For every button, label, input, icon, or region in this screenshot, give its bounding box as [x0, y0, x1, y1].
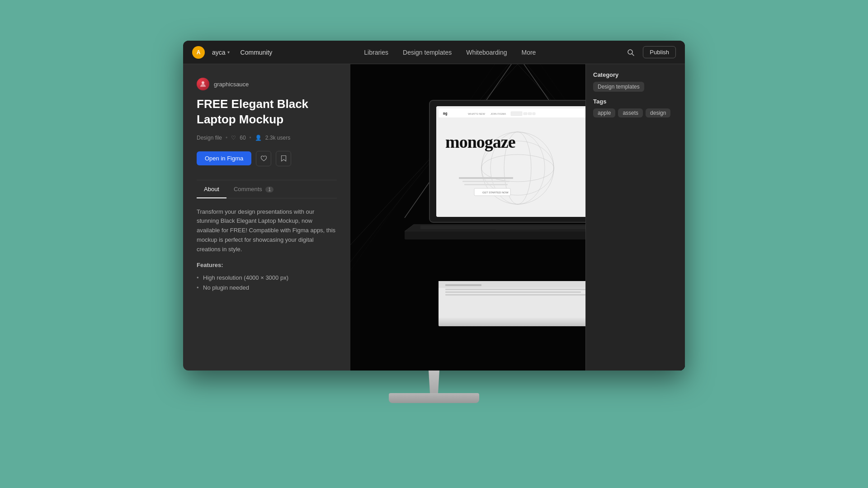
- svg-text:mg: mg: [443, 112, 448, 116]
- svg-rect-37: [495, 227, 540, 230]
- svg-rect-31: [462, 181, 509, 182]
- svg-rect-14: [436, 106, 599, 217]
- tab-comments[interactable]: Comments 1: [226, 180, 281, 198]
- nav-design-templates[interactable]: Design templates: [403, 49, 452, 56]
- nav-more[interactable]: More: [521, 49, 536, 56]
- user-avatar[interactable]: A: [192, 46, 205, 59]
- navbar-left: A ayca ▾ Community: [192, 46, 276, 59]
- svg-text:WHAT'S NEW: WHAT'S NEW: [468, 113, 485, 115]
- svg-rect-21: [524, 113, 527, 115]
- category-label: Category: [593, 71, 678, 78]
- feature-item-2: No plugin needed: [197, 283, 337, 293]
- svg-point-2: [202, 81, 204, 84]
- svg-text:monogaze: monogaze: [445, 132, 515, 151]
- navbar: A ayca ▾ Community Libraries Design temp…: [183, 41, 685, 64]
- monitor-screen: A ayca ▾ Community Libraries Design temp…: [183, 41, 685, 371]
- nav-whiteboarding[interactable]: Whiteboarding: [466, 49, 507, 56]
- file-title: FREE Elegant Black Laptop Mockup: [197, 97, 337, 127]
- description-text: Transform your design presentations with…: [197, 207, 337, 254]
- chevron-down-icon: ▾: [227, 50, 230, 55]
- feature-item-1: High resolution (4000 × 3000 px): [197, 273, 337, 283]
- author-row: graphicsauce: [197, 78, 337, 90]
- tags-section: Tags apple assets design: [593, 98, 678, 117]
- category-sidebar: Category Design templates Tags apple ass…: [585, 64, 685, 371]
- screen-content: graphicsauce FREE Elegant Black Laptop M…: [183, 64, 685, 371]
- stand-neck: [420, 371, 448, 393]
- meta-separator-2: •: [250, 135, 251, 141]
- search-icon[interactable]: [624, 46, 637, 59]
- category-section: Category Design templates: [593, 71, 678, 92]
- svg-rect-43: [445, 294, 585, 296]
- tabs-section: About Comments 1 Transform your design p…: [197, 180, 337, 293]
- bookmark-button[interactable]: [276, 151, 291, 166]
- tab-about[interactable]: About: [197, 180, 226, 198]
- features-list: High resolution (4000 × 3000 px) No plug…: [197, 273, 337, 293]
- svg-rect-23: [533, 113, 535, 115]
- likes-count: 60: [240, 135, 245, 141]
- author-avatar-bg: [197, 78, 209, 90]
- navbar-center: Libraries Design templates Whiteboarding…: [276, 49, 624, 56]
- open-figma-button[interactable]: Open in Figma: [197, 151, 251, 165]
- svg-text:GET STARTED NOW: GET STARTED NOW: [482, 191, 509, 194]
- nav-libraries[interactable]: Libraries: [364, 49, 388, 56]
- svg-text:JOIN FIGMA: JOIN FIGMA: [491, 113, 506, 115]
- user-name-label[interactable]: ayca ▾: [212, 49, 230, 56]
- monitor-stand: [389, 371, 479, 403]
- svg-rect-40: [445, 284, 481, 286]
- tag-assets[interactable]: assets: [618, 108, 643, 117]
- tag-apple[interactable]: apple: [593, 108, 615, 117]
- tags-label: Tags: [593, 98, 678, 105]
- svg-rect-41: [445, 289, 590, 290]
- svg-line-1: [632, 54, 634, 56]
- users-count: 2.3k users: [265, 135, 290, 141]
- svg-rect-30: [459, 177, 513, 179]
- like-button[interactable]: [256, 151, 271, 166]
- features-title: Features:: [197, 262, 337, 268]
- author-avatar: [197, 78, 209, 90]
- tabs-row: About Comments 1: [197, 180, 337, 198]
- svg-rect-32: [464, 184, 508, 185]
- navbar-right: Publish: [624, 46, 676, 59]
- comments-badge: 1: [265, 187, 274, 192]
- stand-base: [389, 393, 479, 403]
- category-tag[interactable]: Design templates: [593, 82, 644, 92]
- actions-row: Open in Figma: [197, 151, 337, 166]
- meta-row: Design file • ♡ 60 • 👤 2.3k users: [197, 135, 337, 141]
- svg-rect-42: [445, 291, 581, 293]
- right-column: mg WHAT'S NEW JOIN FIGMA: [350, 64, 685, 371]
- community-nav-item[interactable]: Community: [237, 47, 276, 58]
- tag-design[interactable]: design: [646, 108, 670, 117]
- tags-row: apple assets design: [593, 108, 678, 117]
- svg-rect-22: [528, 113, 532, 115]
- meta-separator-1: •: [226, 135, 227, 141]
- svg-rect-20: [511, 112, 522, 116]
- file-type-label: Design file: [197, 135, 222, 141]
- monitor-wrapper: A ayca ▾ Community Libraries Design temp…: [179, 41, 689, 447]
- author-name[interactable]: graphicsauce: [214, 81, 249, 88]
- heart-icon: ♡: [231, 135, 236, 141]
- left-column: graphicsauce FREE Elegant Black Laptop M…: [183, 64, 350, 371]
- publish-button[interactable]: Publish: [643, 46, 676, 58]
- users-icon: 👤: [255, 135, 262, 141]
